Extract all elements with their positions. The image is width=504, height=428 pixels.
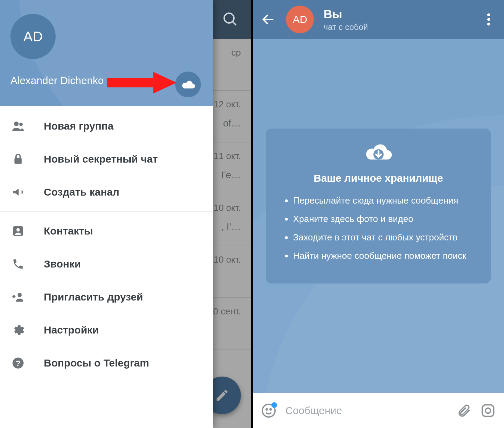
left-screenshot: ср 12 окт.of… 11 окт.Ге… 10 окт., I'… 10… [0,0,251,428]
menu-label: Пригласить друзей [44,291,143,303]
svg-point-21 [486,408,491,413]
right-screenshot: AD Вы чат с собой Ваше личное хранилище … [253,0,504,428]
svg-point-8 [16,228,20,232]
svg-point-0 [224,13,234,23]
saved-messages-cloud-button[interactable] [175,72,201,97]
svg-point-19 [270,409,271,410]
notification-dot [271,402,277,408]
svg-point-15 [487,23,490,25]
menu-calls[interactable]: Звонки [0,247,213,280]
menu-secret-chat[interactable]: Новый секретный чат [0,142,213,175]
info-card-title: Ваше личное хранилище [281,172,475,184]
message-input[interactable] [285,405,448,417]
menu-create-channel[interactable]: Создать канал [0,175,213,208]
profile-username: Alexander Dichenko [10,75,104,87]
more-button[interactable] [480,11,497,28]
chat-avatar[interactable]: AD [286,6,314,33]
svg-point-13 [487,14,490,16]
info-item: Найти нужное сообщение поможет поиск [293,250,475,262]
chat-subtitle: чат с собой [324,22,471,32]
cloud-icon [180,79,196,90]
svg-point-14 [487,18,490,21]
red-arrow-annotation [104,69,181,97]
svg-point-4 [14,121,18,126]
menu-label: Контакты [44,225,93,237]
paperclip-icon [457,403,471,418]
menu-invite-friends[interactable]: Пригласить друзей [0,280,213,313]
info-item: Заходите в этот чат с любых устройств [293,231,475,244]
menu-label: Звонки [44,258,81,270]
more-vertical-icon [487,13,490,26]
gear-icon [11,323,25,337]
avatar-initials: AD [293,14,307,25]
info-card-list: Пересылайте сюда нужные сообщения Хранит… [281,195,475,262]
chat-body[interactable]: Ваше личное хранилище Пересылайте сюда н… [253,39,504,393]
mic-button[interactable] [480,403,496,418]
svg-rect-6 [15,158,22,164]
contact-icon [11,224,25,238]
svg-point-9 [18,293,22,297]
help-icon: ? [11,356,25,370]
avatar-initials: AD [23,29,43,44]
info-item: Храните здесь фото и видео [293,213,475,225]
svg-point-5 [19,123,23,126]
back-button[interactable] [260,11,276,28]
megaphone-icon [11,185,25,199]
svg-line-1 [233,22,236,25]
menu-divider [0,211,213,212]
svg-marker-3 [153,72,177,93]
message-input-bar [253,393,504,428]
search-icon[interactable] [221,10,238,27]
profile-avatar[interactable]: AD [10,14,56,59]
svg-rect-20 [482,405,494,417]
svg-text:?: ? [16,359,21,367]
menu-label: Вопросы о Telegram [44,357,149,369]
group-icon [11,119,25,133]
menu-settings[interactable]: Настройки [0,313,213,346]
attach-button[interactable] [457,403,471,418]
info-item: Пересылайте сюда нужные сообщения [293,195,475,207]
menu-contacts[interactable]: Контакты [0,214,213,247]
lock-icon [11,152,25,166]
phone-icon [11,258,25,270]
cloud-download-icon [281,142,475,165]
menu-label: Настройки [44,324,99,336]
saved-messages-info-card: Ваше личное хранилище Пересылайте сюда н… [266,129,491,283]
menu-new-group[interactable]: Новая группа [0,109,213,142]
svg-point-18 [266,409,268,410]
invite-icon [11,291,25,303]
camera-outline-icon [480,403,496,418]
chat-title: Вы [324,7,471,21]
navigation-drawer: AD Alexander Dichenko Новая группа Новый… [0,0,213,428]
emoji-button[interactable] [261,403,276,418]
menu-label: Новая группа [44,120,114,132]
menu-label: Создать канал [44,186,119,198]
menu-label: Новый секретный чат [44,153,158,165]
chat-header: AD Вы чат с собой [253,0,504,39]
drawer-header: AD Alexander Dichenko [0,0,213,106]
drawer-menu: Новая группа Новый секретный чат Создать… [0,106,213,428]
chat-title-area[interactable]: Вы чат с собой [324,7,471,32]
svg-rect-2 [107,78,153,88]
menu-faq[interactable]: ? Вопросы о Telegram [0,346,213,379]
arrow-left-icon [261,13,275,26]
